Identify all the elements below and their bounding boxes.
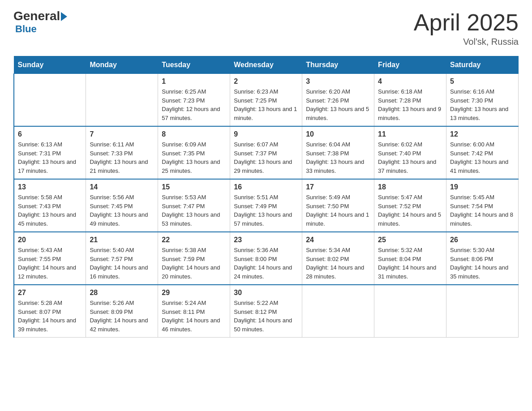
logo-general-text: General bbox=[13, 9, 60, 23]
cell-sun-info: Sunrise: 5:24 AMSunset: 8:11 PMDaylight:… bbox=[162, 299, 226, 334]
cell-sun-info: Sunrise: 5:30 AMSunset: 8:06 PMDaylight:… bbox=[450, 246, 515, 281]
cell-sun-info: Sunrise: 5:32 AMSunset: 8:04 PMDaylight:… bbox=[378, 246, 442, 281]
cell-sun-info: Sunrise: 5:22 AMSunset: 8:12 PMDaylight:… bbox=[234, 299, 298, 334]
cell-day-number: 19 bbox=[450, 183, 515, 191]
page-header: General Blue April 2025 Vol'sk, Russia bbox=[13, 9, 519, 47]
cell-sun-info: Sunrise: 5:26 AMSunset: 8:09 PMDaylight:… bbox=[90, 299, 154, 334]
calendar-week-row: 6Sunrise: 6:13 AMSunset: 7:31 PMDaylight… bbox=[14, 126, 519, 179]
cell-day-number: 16 bbox=[234, 183, 298, 191]
header-friday: Friday bbox=[374, 56, 446, 74]
calendar-cell: 21Sunrise: 5:40 AMSunset: 7:57 PMDayligh… bbox=[86, 232, 158, 285]
calendar-header-row: Sunday Monday Tuesday Wednesday Thursday… bbox=[14, 56, 519, 74]
header-saturday: Saturday bbox=[446, 56, 519, 74]
calendar-cell: 19Sunrise: 5:45 AMSunset: 7:54 PMDayligh… bbox=[446, 179, 519, 232]
calendar-week-row: 27Sunrise: 5:28 AMSunset: 8:07 PMDayligh… bbox=[14, 285, 519, 338]
calendar-cell: 2Sunrise: 6:23 AMSunset: 7:25 PMDaylight… bbox=[230, 74, 302, 127]
cell-day-number: 24 bbox=[306, 236, 370, 244]
cell-day-number: 21 bbox=[90, 236, 154, 244]
calendar-cell: 23Sunrise: 5:36 AMSunset: 8:00 PMDayligh… bbox=[230, 232, 302, 285]
calendar-cell: 10Sunrise: 6:04 AMSunset: 7:38 PMDayligh… bbox=[302, 126, 374, 179]
cell-sun-info: Sunrise: 5:45 AMSunset: 7:54 PMDaylight:… bbox=[450, 193, 515, 228]
calendar-cell bbox=[374, 285, 446, 338]
cell-sun-info: Sunrise: 6:09 AMSunset: 7:35 PMDaylight:… bbox=[162, 140, 226, 175]
cell-day-number: 8 bbox=[162, 130, 226, 138]
cell-sun-info: Sunrise: 5:43 AMSunset: 7:55 PMDaylight:… bbox=[18, 246, 82, 281]
cell-sun-info: Sunrise: 6:13 AMSunset: 7:31 PMDaylight:… bbox=[18, 140, 82, 175]
cell-sun-info: Sunrise: 5:51 AMSunset: 7:49 PMDaylight:… bbox=[234, 193, 298, 228]
calendar-cell: 15Sunrise: 5:53 AMSunset: 7:47 PMDayligh… bbox=[158, 179, 230, 232]
calendar-cell: 8Sunrise: 6:09 AMSunset: 7:35 PMDaylight… bbox=[158, 126, 230, 179]
calendar-cell: 5Sunrise: 6:16 AMSunset: 7:30 PMDaylight… bbox=[446, 74, 519, 127]
cell-day-number: 22 bbox=[162, 236, 226, 244]
calendar-cell bbox=[302, 285, 374, 338]
calendar-cell: 26Sunrise: 5:30 AMSunset: 8:06 PMDayligh… bbox=[446, 232, 519, 285]
cell-day-number: 23 bbox=[234, 236, 298, 244]
calendar-cell: 16Sunrise: 5:51 AMSunset: 7:49 PMDayligh… bbox=[230, 179, 302, 232]
calendar-cell: 28Sunrise: 5:26 AMSunset: 8:09 PMDayligh… bbox=[86, 285, 158, 338]
cell-sun-info: Sunrise: 6:07 AMSunset: 7:37 PMDaylight:… bbox=[234, 140, 298, 175]
calendar-cell: 24Sunrise: 5:34 AMSunset: 8:02 PMDayligh… bbox=[302, 232, 374, 285]
calendar-cell: 1Sunrise: 6:25 AMSunset: 7:23 PMDaylight… bbox=[158, 74, 230, 127]
cell-day-number: 27 bbox=[18, 289, 82, 297]
logo-arrow-icon bbox=[61, 12, 67, 21]
header-wednesday: Wednesday bbox=[230, 56, 302, 74]
calendar-cell: 20Sunrise: 5:43 AMSunset: 7:55 PMDayligh… bbox=[14, 232, 86, 285]
calendar-cell: 29Sunrise: 5:24 AMSunset: 8:11 PMDayligh… bbox=[158, 285, 230, 338]
cell-day-number: 29 bbox=[162, 289, 226, 297]
calendar-cell: 25Sunrise: 5:32 AMSunset: 8:04 PMDayligh… bbox=[374, 232, 446, 285]
cell-day-number: 7 bbox=[90, 130, 154, 138]
cell-sun-info: Sunrise: 6:02 AMSunset: 7:40 PMDaylight:… bbox=[378, 140, 442, 175]
logo: General Blue bbox=[13, 9, 67, 35]
cell-sun-info: Sunrise: 5:38 AMSunset: 7:59 PMDaylight:… bbox=[162, 246, 226, 281]
cell-day-number: 25 bbox=[378, 236, 442, 244]
cell-sun-info: Sunrise: 5:40 AMSunset: 7:57 PMDaylight:… bbox=[90, 246, 154, 281]
cell-day-number: 13 bbox=[18, 183, 82, 191]
calendar-cell bbox=[14, 74, 86, 127]
month-year-title: April 2025 bbox=[414, 9, 519, 36]
calendar-cell: 30Sunrise: 5:22 AMSunset: 8:12 PMDayligh… bbox=[230, 285, 302, 338]
header-tuesday: Tuesday bbox=[158, 56, 230, 74]
cell-day-number: 20 bbox=[18, 236, 82, 244]
calendar-cell: 11Sunrise: 6:02 AMSunset: 7:40 PMDayligh… bbox=[374, 126, 446, 179]
cell-day-number: 9 bbox=[234, 130, 298, 138]
cell-day-number: 30 bbox=[234, 289, 298, 297]
cell-day-number: 5 bbox=[450, 77, 515, 86]
cell-sun-info: Sunrise: 5:36 AMSunset: 8:00 PMDaylight:… bbox=[234, 246, 298, 281]
cell-day-number: 4 bbox=[378, 77, 442, 86]
cell-day-number: 10 bbox=[306, 130, 370, 138]
calendar-cell: 18Sunrise: 5:47 AMSunset: 7:52 PMDayligh… bbox=[374, 179, 446, 232]
calendar-cell: 22Sunrise: 5:38 AMSunset: 7:59 PMDayligh… bbox=[158, 232, 230, 285]
cell-sun-info: Sunrise: 5:47 AMSunset: 7:52 PMDaylight:… bbox=[378, 193, 442, 228]
cell-sun-info: Sunrise: 5:28 AMSunset: 8:07 PMDaylight:… bbox=[18, 299, 82, 334]
cell-sun-info: Sunrise: 6:11 AMSunset: 7:33 PMDaylight:… bbox=[90, 140, 154, 175]
location-subtitle: Vol'sk, Russia bbox=[414, 37, 519, 47]
cell-sun-info: Sunrise: 6:25 AMSunset: 7:23 PMDaylight:… bbox=[162, 87, 226, 122]
header-thursday: Thursday bbox=[302, 56, 374, 74]
cell-day-number: 2 bbox=[234, 77, 298, 86]
calendar-cell: 14Sunrise: 5:56 AMSunset: 7:45 PMDayligh… bbox=[86, 179, 158, 232]
cell-sun-info: Sunrise: 6:18 AMSunset: 7:28 PMDaylight:… bbox=[378, 87, 442, 122]
cell-day-number: 3 bbox=[306, 77, 370, 86]
cell-day-number: 11 bbox=[378, 130, 442, 138]
cell-day-number: 14 bbox=[90, 183, 154, 191]
cell-day-number: 15 bbox=[162, 183, 226, 191]
cell-day-number: 17 bbox=[306, 183, 370, 191]
header-monday: Monday bbox=[86, 56, 158, 74]
calendar-cell bbox=[86, 74, 158, 127]
calendar-cell: 9Sunrise: 6:07 AMSunset: 7:37 PMDaylight… bbox=[230, 126, 302, 179]
calendar-cell: 12Sunrise: 6:00 AMSunset: 7:42 PMDayligh… bbox=[446, 126, 519, 179]
calendar-table: Sunday Monday Tuesday Wednesday Thursday… bbox=[13, 56, 519, 338]
cell-day-number: 26 bbox=[450, 236, 515, 244]
cell-sun-info: Sunrise: 5:58 AMSunset: 7:43 PMDaylight:… bbox=[18, 193, 82, 228]
logo-blue-text: Blue bbox=[15, 23, 37, 35]
calendar-week-row: 13Sunrise: 5:58 AMSunset: 7:43 PMDayligh… bbox=[14, 179, 519, 232]
cell-sun-info: Sunrise: 6:20 AMSunset: 7:26 PMDaylight:… bbox=[306, 87, 370, 122]
calendar-cell bbox=[446, 285, 519, 338]
header-sunday: Sunday bbox=[14, 56, 86, 74]
cell-sun-info: Sunrise: 5:53 AMSunset: 7:47 PMDaylight:… bbox=[162, 193, 226, 228]
cell-day-number: 1 bbox=[162, 77, 226, 86]
cell-sun-info: Sunrise: 6:04 AMSunset: 7:38 PMDaylight:… bbox=[306, 140, 370, 175]
cell-day-number: 18 bbox=[378, 183, 442, 191]
calendar-week-row: 1Sunrise: 6:25 AMSunset: 7:23 PMDaylight… bbox=[14, 74, 519, 127]
calendar-cell: 13Sunrise: 5:58 AMSunset: 7:43 PMDayligh… bbox=[14, 179, 86, 232]
